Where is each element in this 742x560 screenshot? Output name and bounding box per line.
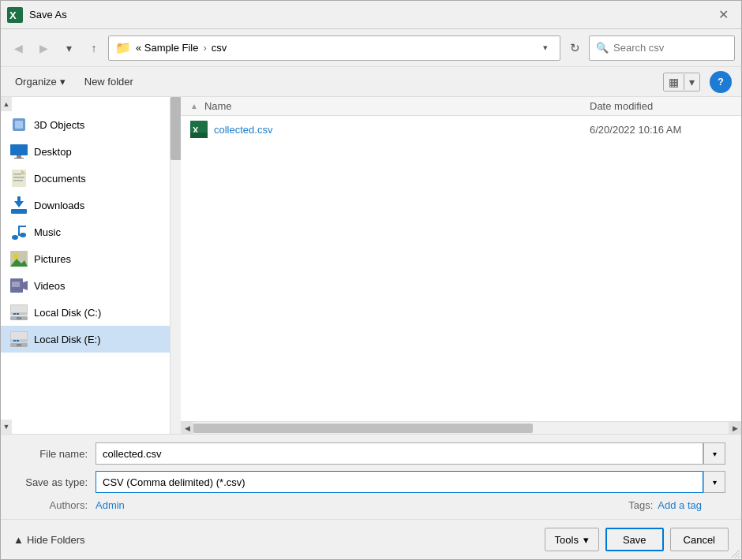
tools-button[interactable]: Tools ▾: [545, 528, 599, 551]
sidebar-item-desktop[interactable]: Desktop: [1, 138, 181, 165]
forward-button[interactable]: ▶: [32, 37, 54, 59]
svg-line-42: [738, 556, 740, 558]
address-box[interactable]: 📁 « Sample File › csv ▾: [108, 35, 560, 61]
horizontal-scrollbar: ◀ ▶: [181, 421, 741, 434]
help-button[interactable]: ?: [710, 71, 732, 93]
svg-rect-33: [13, 340, 16, 342]
filename-input-wrapper: ▾: [96, 442, 725, 465]
refresh-button[interactable]: ↻: [564, 37, 586, 59]
sidebar-label-music: Music: [34, 226, 61, 238]
column-header-date[interactable]: Date modified: [590, 100, 732, 112]
sidebar-scroll-up[interactable]: ▲: [1, 97, 12, 111]
cancel-button[interactable]: Cancel: [670, 528, 729, 551]
svg-rect-6: [14, 158, 24, 159]
svg-rect-14: [17, 196, 21, 202]
search-box[interactable]: 🔍: [589, 35, 735, 61]
savetype-row: Save as type: CSV (Comma delimited) (*.c…: [17, 471, 725, 493]
svg-point-16: [20, 233, 26, 237]
search-input[interactable]: [613, 42, 728, 54]
view-icon-button[interactable]: ▦: [664, 73, 684, 91]
title-bar: X Save As ✕: [1, 1, 741, 29]
file-area: ▲ Name Date modified X: [181, 97, 741, 434]
view-arrow: ▾: [689, 76, 695, 88]
close-button[interactable]: ✕: [711, 3, 735, 27]
svg-rect-24: [12, 282, 20, 287]
search-icon: 🔍: [596, 42, 609, 54]
svg-point-20: [13, 254, 18, 259]
file-list: X collected.csv 6/20/2022 10:16 AM: [181, 116, 741, 421]
view-arrow-button[interactable]: ▾: [684, 73, 699, 91]
savetype-dropdown-arrow[interactable]: ▾: [703, 471, 725, 493]
sidebar-scroll-track: [171, 97, 181, 434]
hscroll-thumb[interactable]: [193, 424, 533, 433]
savetype-value: CSV (Comma delimited) (*.csv): [103, 476, 245, 488]
view-toggle: ▦ ▾: [663, 73, 700, 91]
back-button[interactable]: ◀: [7, 37, 29, 59]
sidebar-item-3d-objects[interactable]: 3D Objects: [1, 111, 181, 138]
hscroll-right[interactable]: ▶: [729, 422, 741, 435]
filename-dropdown-arrow[interactable]: ▾: [703, 442, 725, 465]
file-date-collected-csv: 6/20/2022 10:16 AM: [590, 124, 732, 136]
sidebar-item-music[interactable]: Music: [1, 218, 181, 245]
sidebar: ▲ 3D Objects: [1, 97, 181, 434]
svg-rect-3: [15, 121, 23, 129]
organize-button[interactable]: Organize ▾: [10, 73, 70, 91]
hscroll-left[interactable]: ◀: [181, 422, 193, 435]
svg-rect-26: [11, 305, 27, 312]
hscroll-track: [193, 422, 729, 434]
hide-folders-label: Hide Folders: [27, 534, 85, 546]
address-dropdown-arrow[interactable]: ▾: [538, 43, 553, 53]
svg-rect-39: [190, 133, 208, 138]
hide-folders-arrow: ▲: [13, 534, 24, 546]
resize-grip[interactable]: [730, 548, 741, 559]
sidebar-label-desktop: Desktop: [34, 146, 72, 158]
path-separator-1: ›: [203, 42, 206, 54]
svg-rect-27: [13, 313, 16, 315]
filename-row: File name: ▾: [17, 442, 725, 465]
filename-input[interactable]: [96, 442, 703, 465]
csv-file-icon: X: [190, 121, 208, 138]
sidebar-scroll-down[interactable]: ▼: [1, 420, 12, 434]
savetype-dropdown[interactable]: CSV (Comma delimited) (*.csv): [96, 471, 703, 493]
dialog-title: Save As: [29, 9, 711, 21]
sidebar-content: 3D Objects Desktop: [1, 111, 181, 420]
main-area: ▲ 3D Objects: [1, 97, 741, 434]
svg-text:X: X: [9, 9, 17, 21]
sidebar-item-pictures[interactable]: Pictures: [1, 245, 181, 272]
hide-folders-button[interactable]: ▲ Hide Folders: [13, 534, 85, 546]
svg-rect-8: [13, 174, 21, 175]
header-up-arrow: ▲: [190, 102, 198, 110]
savetype-wrapper: CSV (Comma delimited) (*.csv) ▾: [96, 471, 725, 493]
sidebar-item-documents[interactable]: Documents: [1, 165, 181, 192]
savetype-label: Save as type:: [17, 476, 96, 488]
sidebar-item-local-disk-e[interactable]: Local Disk (E:): [1, 326, 181, 353]
desktop-icon: [10, 143, 28, 160]
svg-rect-12: [11, 209, 27, 214]
music-icon: [10, 223, 28, 241]
svg-rect-36: [17, 344, 21, 346]
toolbar-row: Organize ▾ New folder ▦ ▾ ?: [1, 67, 741, 97]
authors-value[interactable]: Admin: [96, 499, 125, 511]
file-item-collected-csv[interactable]: X collected.csv 6/20/2022 10:16 AM: [181, 116, 741, 143]
sidebar-label-pictures: Pictures: [34, 253, 71, 265]
path-part-2: csv: [212, 42, 227, 54]
tools-label: Tools: [555, 534, 579, 546]
organize-label: Organize: [15, 76, 57, 88]
sidebar-item-downloads[interactable]: Downloads: [1, 192, 181, 218]
svg-marker-23: [23, 281, 28, 290]
file-name-collected-csv: collected.csv: [214, 124, 583, 136]
column-header-name[interactable]: Name: [204, 100, 590, 112]
svg-rect-30: [17, 317, 21, 319]
sidebar-item-local-disk-c[interactable]: Local Disk (C:): [1, 299, 181, 326]
save-as-dialog: X Save As ✕ ◀ ▶ ▾ ↑ 📁 « Sample File › cs…: [0, 0, 742, 560]
view-icon: ▦: [669, 76, 679, 88]
sidebar-item-videos[interactable]: Videos: [1, 272, 181, 299]
tags-add-value[interactable]: Add a tag: [658, 499, 702, 511]
sidebar-label-documents: Documents: [34, 173, 86, 185]
up-button[interactable]: ↑: [83, 37, 105, 59]
sidebar-scrollbar: [170, 97, 181, 434]
sidebar-scroll-thumb[interactable]: [171, 97, 181, 160]
new-folder-button[interactable]: New folder: [80, 73, 138, 91]
recent-locations-button[interactable]: ▾: [58, 37, 80, 59]
save-button[interactable]: Save: [605, 528, 664, 551]
